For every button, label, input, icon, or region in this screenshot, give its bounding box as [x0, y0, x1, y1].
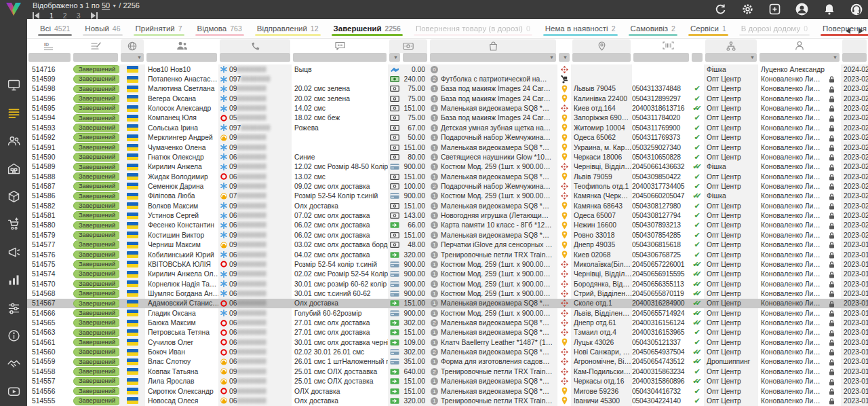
filter-delivery[interactable]: ▼ [559, 53, 570, 62]
table-row[interactable]: 514574ЗавершенийКирилич Анжела Ол…098888… [27, 270, 868, 279]
filter-tracking[interactable] [633, 53, 689, 62]
column-header-client-icon[interactable] [145, 39, 218, 52]
filter-phone[interactable] [220, 53, 290, 62]
table-row[interactable]: 514592ЗавершенийМерклингер Андрей0988888… [27, 133, 868, 143]
app-logo-icon[interactable] [5, 2, 22, 17]
tab-1[interactable]: Всі4521 [33, 19, 77, 38]
filter-products[interactable]: ▼ [430, 53, 556, 62]
tab-scroll-left-icon[interactable] [845, 24, 851, 37]
tab-2[interactable]: Новый46 [77, 19, 127, 38]
tab-3[interactable]: Прийнятий7 [128, 19, 190, 38]
filter-address[interactable] [572, 53, 631, 62]
tab-4[interactable]: Відмова763 [190, 19, 250, 38]
table-row[interactable]: 514589ЗавершенийКирилич Анжела0988888881… [27, 162, 868, 172]
filter-payment[interactable]: ▼ [389, 53, 400, 62]
tab-11[interactable]: В дорозі додому0 [734, 19, 815, 38]
notifications-bell-icon[interactable] [823, 3, 835, 16]
support-headset-icon[interactable] [850, 3, 863, 16]
page-button-3[interactable]: 3 [77, 12, 81, 20]
sidebar-item-statistics-icon[interactable] [6, 272, 21, 287]
per-page-dropdown[interactable]: 50 [102, 1, 110, 10]
table-row[interactable]: 514582ЗавершенийВолков Максим098888888Ол… [27, 201, 868, 210]
sidebar-item-clients-icon[interactable] [6, 133, 21, 148]
table-row[interactable]: 514581ЗавершенийУстинов Сергей0688888880… [27, 210, 868, 220]
table-row[interactable]: 514557ЗавершенийЛила Ярослав09888888825.… [27, 377, 868, 386]
table-row[interactable]: 514577ЗавершенийЧерниш Максим09888888803… [27, 240, 868, 249]
table-row[interactable]: 514560ЗавершенийБокоч Иван09888888802.02… [27, 347, 868, 356]
sidebar-item-orders-icon[interactable] [6, 105, 21, 120]
page-button-1[interactable]: 1 [50, 12, 54, 20]
tab-8[interactable]: Нема в наявності2 [538, 19, 623, 38]
table-row[interactable]: 514575ЗавершенийКВІТОВСЬКА ЮЛІЯ098888888… [27, 259, 868, 269]
column-header-tracking-icon[interactable] [632, 39, 704, 52]
filter-amount[interactable] [403, 53, 427, 62]
last-page-button[interactable] [90, 10, 98, 22]
table-row[interactable]: 514563ЗавершенийПетровська Тетяна0688888… [27, 328, 868, 337]
table-row[interactable]: 514565ЗавершенийБаюка Максим06888888827.… [27, 318, 868, 327]
table-row[interactable]: 514598ЗавершенийМалютина Светлана0988888… [27, 84, 868, 94]
sidebar-item-purchases-icon[interactable] [6, 217, 21, 232]
column-header-id-icon[interactable]: ID [27, 39, 72, 52]
filter-network[interactable]: ▼ [121, 53, 144, 62]
column-header-products-icon[interactable] [430, 39, 556, 53]
column-header-network-icon[interactable] [121, 39, 144, 53]
table-row[interactable]: 514591ЗавершенийЧумаченко Олена098888888… [27, 143, 868, 152]
table-row[interactable]: 514586ЗавершенийФіліпова Люба078888888Ро… [27, 191, 868, 201]
sidebar-item-products-icon[interactable] [6, 189, 21, 204]
table-row[interactable]: 514594ЗавершенийКомпанец Юля05888888818.… [27, 113, 868, 123]
add-order-icon[interactable] [768, 3, 781, 16]
table-row[interactable]: 514559ЗавершенийВлас Слотюу06888888826.0… [27, 357, 868, 367]
table-row[interactable]: 514579ЗавершенийКостишин Виктор098888888… [27, 230, 868, 240]
table-row[interactable]: 514568ЗавершенийШумляс Богдана Ан…068888… [27, 289, 868, 298]
table-row[interactable]: 514576ЗавершенийКобилинський Юрий0688888… [27, 250, 868, 259]
filter-status[interactable] [73, 53, 118, 62]
table-row[interactable]: 514716ЗавершенийНов10 Нов10098888888Выцв… [27, 64, 868, 74]
column-header-comment-icon[interactable] [292, 39, 388, 52]
first-page-button[interactable] [33, 10, 40, 22]
table-row[interactable]: 514590ЗавершенийГнатюк Олексндр068888888… [27, 152, 868, 162]
sidebar-item-dashboard-icon[interactable] [6, 77, 21, 92]
sidebar-item-video-help-icon[interactable] [6, 384, 21, 399]
table-row[interactable]: 514595ЗавершенийКолосок Александр0988888… [27, 103, 868, 113]
table-row[interactable]: 514561ЗавершенийСучилов Олег06888888830.… [27, 337, 868, 347]
table-row[interactable]: 514558ЗавершенийКовпак Татьяна0988888882… [27, 367, 868, 376]
filter-id[interactable] [28, 53, 71, 62]
tab-6[interactable]: Завершений2256 [326, 19, 408, 38]
tab-10[interactable]: Сервіси1 [683, 19, 734, 38]
column-header-status-icon[interactable] [72, 39, 119, 52]
table-row[interactable]: 514570ЗавершенийКорнелюк Надія Та…098888… [27, 279, 868, 289]
column-header-manager-icon[interactable] [758, 39, 841, 52]
table-row[interactable]: 514593ЗавершенийСольська Ірина0978888888… [27, 123, 868, 132]
page-button-2[interactable]: 2 [63, 12, 67, 20]
settings-gear-icon[interactable] [741, 3, 754, 16]
sidebar-item-partners-icon[interactable] [6, 356, 21, 371]
table-row[interactable]: 514596ЗавершенийВегера Оксана09888888820… [27, 94, 868, 103]
filter-client[interactable] [146, 53, 217, 62]
tab-7[interactable]: Повернення товару (в дорозі)0 [408, 19, 538, 38]
tab-5[interactable]: Відправлений12 [250, 19, 326, 38]
tab-9[interactable]: Самовивіз2 [623, 19, 683, 38]
table-row[interactable]: 514587ЗавершенийСеменюк Дарина0988888880… [27, 181, 868, 191]
column-header-phone-icon[interactable] [220, 39, 290, 53]
sidebar-item-automation-icon[interactable] [6, 300, 21, 315]
table-row[interactable]: 514580ЗавершенийФесенко Константин068888… [27, 221, 868, 230]
filter-comment[interactable] [293, 53, 387, 62]
column-header-address-icon[interactable] [572, 39, 631, 53]
table-row[interactable]: 514566ЗавершенийГладик Оксана098888888Го… [27, 308, 868, 318]
table-row[interactable]: 514567ЗавершенийАдамовский Станис…068888… [27, 299, 868, 308]
sidebar-item-warehouse-icon[interactable] [6, 161, 21, 176]
table-row[interactable]: 514599ЗавершенийПотапенко Анастас…097888… [27, 74, 868, 84]
table-row[interactable]: 514555ЗавершенийНовосад Олеся068888888Ол… [27, 396, 868, 405]
sidebar-item-info-icon[interactable] [6, 328, 21, 343]
tab-scroll-right-icon[interactable] [858, 24, 864, 37]
profile-icon[interactable] [795, 3, 808, 16]
filter-tracking-status[interactable] [692, 53, 703, 62]
column-header-sales-channel-icon[interactable] [705, 39, 757, 53]
sidebar-item-marketing-icon[interactable] [6, 244, 21, 259]
table-row[interactable]: 514588ЗавершенийЖидак Володимир068888888… [27, 172, 868, 181]
filter-sales-channel[interactable]: ▼ [705, 53, 757, 62]
filter-date[interactable] [842, 53, 867, 62]
filter-manager[interactable]: ▼ [760, 53, 840, 62]
column-header-amount-icon[interactable] [389, 39, 427, 53]
refresh-icon[interactable] [714, 3, 727, 16]
